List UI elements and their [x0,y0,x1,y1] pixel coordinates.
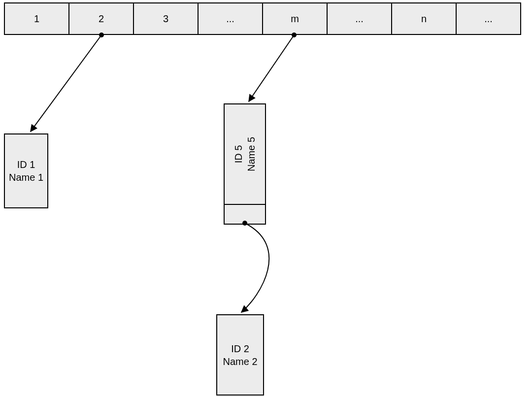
node-id5-next-pointer [224,204,266,225]
array-cell-label: m [291,13,299,25]
array-cell: 3 [133,2,199,35]
array-cell-label: n [421,13,427,25]
connectors-layer [0,0,532,397]
array-cell: ... [327,2,392,35]
arrow-node5-to-node2 [241,223,269,312]
array-cell-label: 3 [163,13,168,25]
node-name-label: Name 1 [9,171,43,184]
array-cell-label: 2 [99,13,104,25]
array-cell-label: ... [226,13,234,25]
array-cell: ... [198,2,263,35]
array-cell: 1 [4,2,69,35]
arrow-cellm-to-node5 [249,35,294,101]
array-cell: 2 [68,2,134,35]
node-id-label: ID 1 [17,158,35,171]
array-cell-label: ... [484,13,493,25]
node-id-label: ID 5 [233,145,244,164]
array-cell: n [391,2,457,35]
array-cell: ... [456,2,521,35]
node-id2: ID 2 Name 2 [216,314,264,396]
arrow-cell2-to-node1 [31,35,101,132]
array-cell: m [262,2,328,35]
node-id5: ID 5 Name 5 [224,103,266,205]
node-id1: ID 1 Name 1 [4,133,48,208]
node-name-label: Name 5 [246,137,257,171]
array-row: 1 2 3 ... m ... n ... [4,2,521,35]
array-cell-label: 1 [34,13,39,25]
node-id-label: ID 2 [231,342,249,355]
array-cell-label: ... [355,13,364,25]
node-name-label: Name 2 [223,355,257,368]
